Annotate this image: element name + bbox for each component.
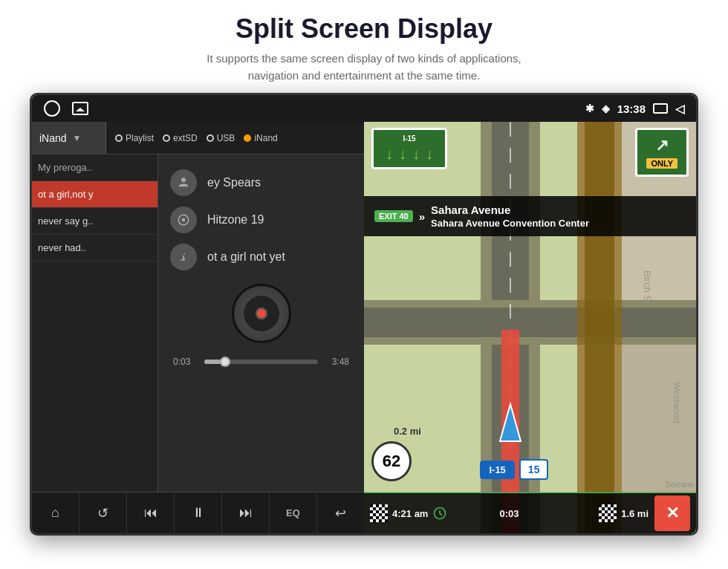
exit-badge: EXIT 40 <box>374 210 413 222</box>
i15-label: I-15 <box>480 461 514 479</box>
exit-banner: EXIT 40 » Sahara Avenue Sahara Avenue Co… <box>364 196 696 236</box>
playlist-item-1[interactable]: My preroga.. <box>32 155 157 181</box>
radio-dot-usb <box>207 134 214 142</box>
nav-bottom-bar: 4:21 am 0:03 1.6 mi <box>364 493 696 533</box>
rect-icon <box>653 103 668 114</box>
artist-icon <box>170 169 197 196</box>
source-tabs: Playlist extSD USB iNand <box>106 133 364 143</box>
time-display: 13:38 <box>617 103 646 115</box>
remaining-item: 1.6 mi <box>559 504 649 522</box>
checkered-flag-start <box>370 504 388 522</box>
highway-label: I-15 <box>403 134 415 143</box>
device-frame: ✱ ◈ 13:38 ◁ iNand ▼ <box>30 93 698 536</box>
exit-arrow-icon: » <box>419 210 425 223</box>
playlist-item-2[interactable]: ot a girl,not y <box>32 181 157 208</box>
home-button[interactable]: ⌂ <box>32 492 79 533</box>
page-header: Split Screen Display It supports the sam… <box>0 0 728 93</box>
highway-sign-i15: I-15 ↓ ↓ ↓ ↓ <box>371 128 447 169</box>
radio-dot-inand <box>244 134 251 142</box>
hw-15-shield: 15 <box>519 459 549 480</box>
time-current: 0:03 <box>173 357 197 367</box>
eq-button[interactable]: EQ <box>270 492 317 533</box>
circle-icon <box>44 100 60 117</box>
timer-item: 0:03 <box>465 508 554 519</box>
speed-limit-badge: 62 <box>371 441 412 481</box>
arrow-down-3: ↓ <box>412 146 420 163</box>
arrow-down-4: ↓ <box>426 146 433 163</box>
song-row: ot a girl not yet <box>170 244 352 270</box>
source-row: iNand ▼ Playlist extSD <box>32 122 364 155</box>
checkered-flag-end <box>599 504 617 522</box>
page-subtitle: It supports the same screen display of t… <box>15 51 713 84</box>
controls-bar: ⌂ ↺ ⏮ ⏸ ⏭ EQ ↩ <box>32 492 364 533</box>
split-left: My preroga.. ot a girl,not y never say g… <box>32 155 364 492</box>
song-icon <box>170 244 197 270</box>
only-label-badge: ONLY <box>646 158 677 169</box>
music-note-icon <box>177 250 190 264</box>
progress-fill <box>204 360 221 364</box>
back-button[interactable]: ↩ <box>317 492 364 533</box>
vinyl-area <box>170 284 352 343</box>
source-dropdown-label: iNand <box>39 132 67 144</box>
watermark: Seicane <box>665 480 695 489</box>
refresh-icon <box>432 506 447 521</box>
source-tab-extsd[interactable]: extSD <box>163 133 198 143</box>
album-name: Hitzone 19 <box>207 213 264 227</box>
map-bg: Birch St Westwood I-15 <box>364 122 696 533</box>
progress-handle[interactable] <box>220 357 230 367</box>
album-icon <box>170 207 197 233</box>
playlist-item-3[interactable]: never say g.. <box>32 208 157 235</box>
svg-point-0 <box>181 178 186 182</box>
chevron-down-icon: ▼ <box>73 133 82 143</box>
music-panel: iNand ▼ Playlist extSD <box>32 122 364 533</box>
location-icon: ◈ <box>602 103 610 114</box>
repeat-button[interactable]: ↺ <box>79 492 127 533</box>
only-sign: ↗ ONLY <box>635 128 689 177</box>
svg-text:Westwood: Westwood <box>672 382 682 423</box>
album-row: Hitzone 19 <box>170 207 352 233</box>
eta-item: 4:21 am <box>370 504 459 522</box>
svg-text:Birch St: Birch St <box>642 270 653 305</box>
status-right-icons: ✱ ◈ 13:38 ◁ <box>585 102 684 116</box>
nav-panel: Birch St Westwood I-15 <box>364 122 696 533</box>
song-name: ot a girl not yet <box>207 250 285 264</box>
playlist-item-4[interactable]: never had.. <box>32 235 157 261</box>
bluetooth-icon: ✱ <box>585 103 594 114</box>
progress-row: 0:03 3:48 <box>170 357 352 367</box>
now-playing: ey Spears Hitzone 19 <box>158 155 364 492</box>
nav-close-button[interactable]: ✕ <box>654 495 690 531</box>
distance-label: 0.2 mi <box>394 426 421 437</box>
person-icon <box>177 176 190 189</box>
source-tab-playlist[interactable]: Playlist <box>115 133 154 143</box>
disc-icon <box>177 213 190 227</box>
radio-dot-playlist <box>115 134 123 142</box>
only-arrow-icon: ↗ <box>655 136 669 155</box>
highway-arrows: ↓ ↓ ↓ ↓ <box>386 146 433 163</box>
image-icon <box>72 102 88 115</box>
arrow-down-1: ↓ <box>386 146 393 163</box>
page-title: Split Screen Display <box>15 13 713 45</box>
page-wrapper: Split Screen Display It supports the sam… <box>0 0 728 536</box>
back-arrow-icon: ◁ <box>675 102 684 116</box>
artist-row: ey Spears <box>170 169 352 196</box>
source-dropdown[interactable]: iNand ▼ <box>32 122 106 155</box>
status-bar: ✱ ◈ 13:38 ◁ <box>32 95 696 122</box>
arrow-down-2: ↓ <box>399 146 406 163</box>
destination-label: Sahara Avenue Sahara Avenue Convention C… <box>431 204 589 229</box>
highway-badge-area: I-15 15 <box>480 459 548 480</box>
radio-dot-extsd <box>163 134 170 142</box>
playlist-area: My preroga.. ot a girl,not y never say g… <box>32 155 158 492</box>
source-tab-usb[interactable]: USB <box>207 133 235 143</box>
svg-rect-7 <box>364 308 696 337</box>
prev-button[interactable]: ⏮ <box>127 492 175 533</box>
svg-point-2 <box>182 218 186 222</box>
source-tab-inand[interactable]: iNand <box>244 133 277 143</box>
pause-button[interactable]: ⏸ <box>175 492 222 533</box>
progress-bar[interactable] <box>204 360 318 364</box>
time-total: 3:48 <box>325 357 349 367</box>
next-button[interactable]: ⏭ <box>222 492 270 533</box>
screen-content: iNand ▼ Playlist extSD <box>32 122 696 533</box>
artist-name: ey Spears <box>207 176 261 189</box>
vinyl-disc <box>232 284 291 343</box>
status-left-icons <box>44 100 88 117</box>
